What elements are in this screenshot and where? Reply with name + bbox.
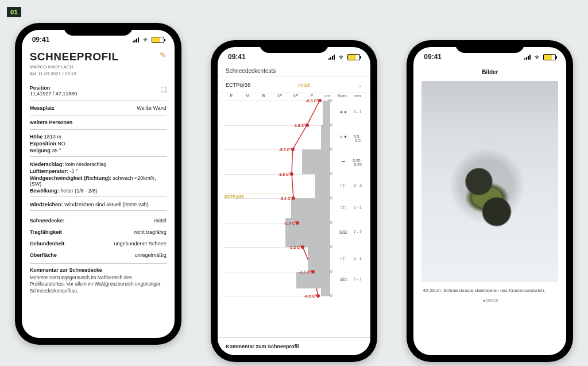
chart-header-cm: cm bbox=[320, 93, 335, 98]
layer-row bbox=[223, 288, 365, 296]
chart-header-M: M bbox=[239, 93, 256, 98]
grain-symbol: ✦✦ bbox=[336, 110, 351, 115]
battery-icon bbox=[543, 54, 556, 60]
schnee-value: mittel bbox=[154, 218, 167, 224]
photos-heading: Bilder bbox=[413, 64, 566, 79]
phone-2: 09:41 ᯤ Schneedeckentests ECTP@38 mittel… bbox=[211, 40, 377, 362]
grain-size: 1 - 1 bbox=[351, 110, 365, 114]
temp-label: -3.4 C° bbox=[280, 197, 292, 201]
oberfl-label: Oberfläche bbox=[30, 252, 57, 258]
clock: 09:41 bbox=[32, 36, 50, 44]
screen-chart: 09:41 ᯤ Schneedeckentests ECTP@38 mittel… bbox=[218, 47, 370, 355]
edit-icon[interactable]: ✎ bbox=[160, 51, 167, 60]
messplatz-label: Messplatz bbox=[30, 105, 55, 111]
oberfl-value: unregelmäßig bbox=[135, 252, 167, 258]
luft-label: Lufttemperatur: bbox=[30, 168, 68, 174]
hoehe-label: Höhe bbox=[30, 134, 43, 140]
hardness-bar bbox=[315, 174, 330, 199]
signal-icon bbox=[133, 37, 141, 43]
luft-value: -3 ° bbox=[69, 168, 78, 174]
hardness-bar bbox=[302, 149, 330, 174]
grain-symbol: ✧✦ bbox=[336, 134, 351, 140]
trag-value: nicht tragfähig bbox=[134, 229, 167, 235]
neigung-label: Neigung bbox=[30, 148, 51, 153]
signal-icon bbox=[328, 54, 336, 60]
grain-size: 0.5 - 0.5 bbox=[351, 134, 365, 142]
temp-label: -0.3 C° bbox=[306, 99, 319, 103]
chart-header-Korn: Korn bbox=[335, 93, 350, 98]
chart-header-1F: 1F bbox=[272, 93, 288, 98]
wifi-icon: ᯤ bbox=[339, 53, 345, 60]
nieder-value: kein Niederschlag bbox=[65, 161, 107, 167]
temp-label: -3.5 C° bbox=[278, 148, 291, 152]
position-value: 11,41927 / 47,11880 bbox=[30, 91, 78, 97]
notch bbox=[64, 23, 133, 36]
grain-size: 1 - 1 bbox=[351, 277, 365, 281]
status-icons: ᯤ bbox=[133, 36, 164, 43]
screen-photos: 09:41 ᯤ Bilder 40-23cm: Schmelzkruste st… bbox=[413, 47, 566, 355]
hardness-bar bbox=[321, 125, 330, 150]
hardness-bar bbox=[308, 247, 330, 272]
clock: 09:41 bbox=[424, 53, 442, 61]
wifi-icon: ᯤ bbox=[535, 53, 541, 60]
notch bbox=[260, 40, 328, 53]
temp-label: -1.8 C° bbox=[293, 123, 306, 127]
temp-label: -1.1 C° bbox=[299, 269, 312, 273]
grain-symbol: ☒□ bbox=[336, 277, 351, 282]
wifi-icon: ᯤ bbox=[143, 36, 149, 43]
neigung-value: 35 ° bbox=[52, 148, 61, 153]
hoehe-value: 1810 m bbox=[44, 134, 61, 140]
temp-label: -2.3 C° bbox=[289, 245, 301, 249]
grain-symbol: □□ bbox=[336, 183, 351, 188]
hardness-bar bbox=[321, 288, 330, 296]
test-rating: mittel bbox=[298, 82, 311, 88]
windz-label: Windzeichen: bbox=[30, 202, 63, 207]
page-number-tag: 01 bbox=[7, 7, 21, 17]
battery-icon bbox=[152, 37, 164, 43]
kommentar-body: Mehrere Setzungsgeräusch im Nahbereich d… bbox=[30, 275, 167, 294]
hardness-bar bbox=[323, 101, 330, 125]
footer-comment[interactable]: Kommentar zum Schneeprofil bbox=[218, 337, 370, 355]
weitere-label: weitere Personen bbox=[30, 120, 73, 125]
status-icons: ᯤ bbox=[328, 53, 360, 60]
gebund-label: Gebundenheit bbox=[30, 241, 65, 246]
temp-label: -3.6 C° bbox=[278, 172, 291, 176]
tests-heading: Schneedeckentests bbox=[218, 64, 370, 77]
grain-symbol: •• bbox=[336, 159, 351, 164]
temp-label: -0.5 C° bbox=[304, 294, 317, 298]
phone-1: 09:41 ᯤ SCHNEEPROFIL MARCO KNOFLACH AM 1… bbox=[15, 23, 181, 345]
snow-photo[interactable] bbox=[421, 81, 558, 282]
chart-header-E: E bbox=[223, 93, 239, 98]
clock: 09:41 bbox=[228, 53, 246, 61]
windz-value: Windzeichen sind aktuell (letzte 24h) bbox=[64, 202, 149, 207]
bewoelk-value: heiter (1/8 - 2/8) bbox=[60, 188, 97, 194]
bewoelk-label: Bewölkung: bbox=[30, 188, 59, 194]
chart-header-F: F bbox=[304, 93, 320, 98]
chevron-down-icon: ⌄ bbox=[358, 82, 362, 88]
snow-profile-chart: 01020304050607080✦✦1 - 1✧✦0.5 - 0.5••0.2… bbox=[223, 101, 365, 296]
author-line: MARCO KNOFLACH bbox=[30, 64, 119, 70]
grain-size: 1 - 1 bbox=[351, 205, 365, 209]
temp-label: -2.9 C° bbox=[284, 221, 296, 225]
grain-symbol: □□ bbox=[336, 205, 351, 210]
test-row[interactable]: ECTP@38 mittel ⌄ bbox=[218, 77, 370, 93]
trag-label: Tragfähigkeit bbox=[30, 229, 62, 235]
page-title: SCHNEEPROFIL bbox=[30, 51, 119, 63]
hardness-bar bbox=[291, 198, 330, 218]
grain-size: 0.25 - 0.25 bbox=[351, 159, 365, 167]
chart-header-4F: 4F bbox=[288, 93, 304, 98]
exposition-label: Exposition bbox=[30, 141, 56, 147]
chart-header-mm: mm bbox=[350, 93, 365, 98]
chart-header-B: B bbox=[256, 93, 272, 98]
pager-back[interactable]: zurück bbox=[413, 295, 566, 306]
position-label: Position bbox=[30, 85, 78, 91]
nieder-label: Niederschlag: bbox=[30, 161, 64, 167]
grain-size: 2 - 2 bbox=[351, 230, 365, 234]
timestamp-line: AM 11.03.2021 / 13:13 bbox=[30, 71, 119, 77]
map-icon[interactable]: ⬚ bbox=[160, 85, 167, 97]
grain-symbol: ☒☒ bbox=[336, 230, 351, 235]
photo-caption: 40-23cm: Schmelzkruste stabilisieren das… bbox=[413, 284, 566, 295]
battery-icon bbox=[347, 54, 360, 60]
grain-size: 2 - 2 bbox=[351, 183, 365, 187]
kommentar-title: Kommentar zur Schneedecke bbox=[30, 267, 167, 273]
